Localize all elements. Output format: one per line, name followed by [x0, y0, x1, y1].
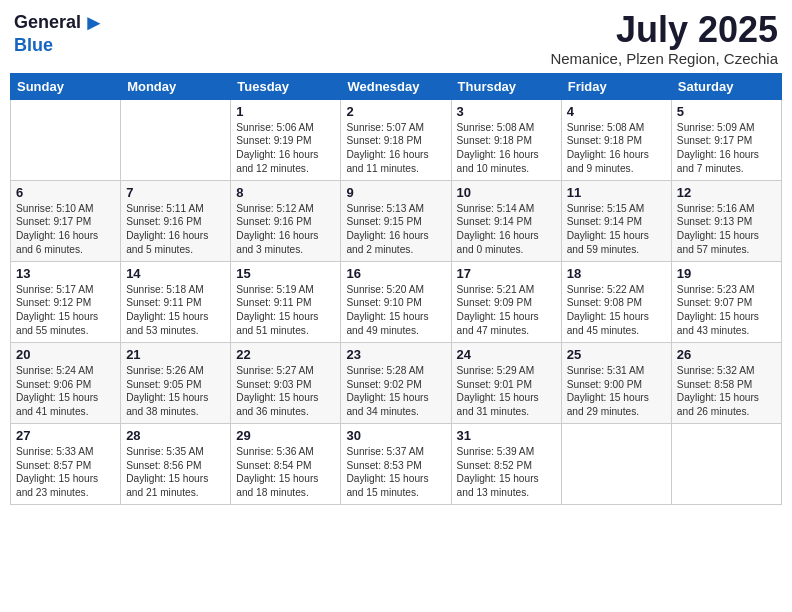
logo-icon: ►	[83, 10, 105, 36]
weekday-header-monday: Monday	[121, 73, 231, 99]
calendar-cell: 19Sunrise: 5:23 AM Sunset: 9:07 PM Dayli…	[671, 261, 781, 342]
calendar-cell: 26Sunrise: 5:32 AM Sunset: 8:58 PM Dayli…	[671, 342, 781, 423]
day-info: Sunrise: 5:11 AM Sunset: 9:16 PM Dayligh…	[126, 202, 225, 257]
calendar-cell	[121, 99, 231, 180]
day-info: Sunrise: 5:26 AM Sunset: 9:05 PM Dayligh…	[126, 364, 225, 419]
calendar-cell: 10Sunrise: 5:14 AM Sunset: 9:14 PM Dayli…	[451, 180, 561, 261]
calendar-cell: 14Sunrise: 5:18 AM Sunset: 9:11 PM Dayli…	[121, 261, 231, 342]
calendar-cell: 20Sunrise: 5:24 AM Sunset: 9:06 PM Dayli…	[11, 342, 121, 423]
day-info: Sunrise: 5:32 AM Sunset: 8:58 PM Dayligh…	[677, 364, 776, 419]
calendar-cell: 30Sunrise: 5:37 AM Sunset: 8:53 PM Dayli…	[341, 423, 451, 504]
calendar-cell: 29Sunrise: 5:36 AM Sunset: 8:54 PM Dayli…	[231, 423, 341, 504]
calendar-cell	[11, 99, 121, 180]
day-number: 5	[677, 104, 776, 119]
calendar-cell: 13Sunrise: 5:17 AM Sunset: 9:12 PM Dayli…	[11, 261, 121, 342]
day-number: 26	[677, 347, 776, 362]
day-number: 7	[126, 185, 225, 200]
day-number: 13	[16, 266, 115, 281]
day-info: Sunrise: 5:19 AM Sunset: 9:11 PM Dayligh…	[236, 283, 335, 338]
calendar-cell: 25Sunrise: 5:31 AM Sunset: 9:00 PM Dayli…	[561, 342, 671, 423]
calendar-cell: 12Sunrise: 5:16 AM Sunset: 9:13 PM Dayli…	[671, 180, 781, 261]
title-block: July 2025 Nemanice, Plzen Region, Czechi…	[550, 10, 778, 67]
day-number: 20	[16, 347, 115, 362]
logo-general: General	[14, 13, 81, 33]
day-info: Sunrise: 5:17 AM Sunset: 9:12 PM Dayligh…	[16, 283, 115, 338]
calendar-cell: 17Sunrise: 5:21 AM Sunset: 9:09 PM Dayli…	[451, 261, 561, 342]
day-info: Sunrise: 5:06 AM Sunset: 9:19 PM Dayligh…	[236, 121, 335, 176]
day-info: Sunrise: 5:18 AM Sunset: 9:11 PM Dayligh…	[126, 283, 225, 338]
calendar-cell: 1Sunrise: 5:06 AM Sunset: 9:19 PM Daylig…	[231, 99, 341, 180]
day-info: Sunrise: 5:27 AM Sunset: 9:03 PM Dayligh…	[236, 364, 335, 419]
day-info: Sunrise: 5:22 AM Sunset: 9:08 PM Dayligh…	[567, 283, 666, 338]
day-number: 18	[567, 266, 666, 281]
logo-blue: Blue	[14, 36, 105, 56]
calendar-table: SundayMondayTuesdayWednesdayThursdayFrid…	[10, 73, 782, 505]
location-title: Nemanice, Plzen Region, Czechia	[550, 50, 778, 67]
day-info: Sunrise: 5:23 AM Sunset: 9:07 PM Dayligh…	[677, 283, 776, 338]
calendar-cell: 22Sunrise: 5:27 AM Sunset: 9:03 PM Dayli…	[231, 342, 341, 423]
day-number: 29	[236, 428, 335, 443]
calendar-cell	[671, 423, 781, 504]
day-info: Sunrise: 5:08 AM Sunset: 9:18 PM Dayligh…	[567, 121, 666, 176]
day-info: Sunrise: 5:37 AM Sunset: 8:53 PM Dayligh…	[346, 445, 445, 500]
day-info: Sunrise: 5:31 AM Sunset: 9:00 PM Dayligh…	[567, 364, 666, 419]
page-header: General ► Blue July 2025 Nemanice, Plzen…	[10, 10, 782, 67]
day-number: 16	[346, 266, 445, 281]
calendar-cell: 2Sunrise: 5:07 AM Sunset: 9:18 PM Daylig…	[341, 99, 451, 180]
month-title: July 2025	[550, 10, 778, 50]
logo: General ► Blue	[14, 10, 105, 56]
day-number: 14	[126, 266, 225, 281]
day-number: 21	[126, 347, 225, 362]
calendar-cell: 8Sunrise: 5:12 AM Sunset: 9:16 PM Daylig…	[231, 180, 341, 261]
calendar-cell: 18Sunrise: 5:22 AM Sunset: 9:08 PM Dayli…	[561, 261, 671, 342]
day-number: 30	[346, 428, 445, 443]
calendar-cell: 16Sunrise: 5:20 AM Sunset: 9:10 PM Dayli…	[341, 261, 451, 342]
day-info: Sunrise: 5:36 AM Sunset: 8:54 PM Dayligh…	[236, 445, 335, 500]
day-info: Sunrise: 5:39 AM Sunset: 8:52 PM Dayligh…	[457, 445, 556, 500]
day-number: 28	[126, 428, 225, 443]
day-number: 6	[16, 185, 115, 200]
day-number: 2	[346, 104, 445, 119]
day-number: 12	[677, 185, 776, 200]
day-number: 10	[457, 185, 556, 200]
weekday-header-wednesday: Wednesday	[341, 73, 451, 99]
calendar-cell: 11Sunrise: 5:15 AM Sunset: 9:14 PM Dayli…	[561, 180, 671, 261]
calendar-cell: 31Sunrise: 5:39 AM Sunset: 8:52 PM Dayli…	[451, 423, 561, 504]
day-info: Sunrise: 5:09 AM Sunset: 9:17 PM Dayligh…	[677, 121, 776, 176]
day-number: 1	[236, 104, 335, 119]
day-info: Sunrise: 5:28 AM Sunset: 9:02 PM Dayligh…	[346, 364, 445, 419]
day-info: Sunrise: 5:20 AM Sunset: 9:10 PM Dayligh…	[346, 283, 445, 338]
day-number: 4	[567, 104, 666, 119]
day-info: Sunrise: 5:15 AM Sunset: 9:14 PM Dayligh…	[567, 202, 666, 257]
day-info: Sunrise: 5:12 AM Sunset: 9:16 PM Dayligh…	[236, 202, 335, 257]
calendar-cell: 23Sunrise: 5:28 AM Sunset: 9:02 PM Dayli…	[341, 342, 451, 423]
weekday-header-friday: Friday	[561, 73, 671, 99]
day-info: Sunrise: 5:33 AM Sunset: 8:57 PM Dayligh…	[16, 445, 115, 500]
day-info: Sunrise: 5:08 AM Sunset: 9:18 PM Dayligh…	[457, 121, 556, 176]
calendar-cell: 6Sunrise: 5:10 AM Sunset: 9:17 PM Daylig…	[11, 180, 121, 261]
day-number: 9	[346, 185, 445, 200]
day-number: 25	[567, 347, 666, 362]
calendar-cell: 5Sunrise: 5:09 AM Sunset: 9:17 PM Daylig…	[671, 99, 781, 180]
day-number: 15	[236, 266, 335, 281]
day-number: 22	[236, 347, 335, 362]
calendar-cell: 21Sunrise: 5:26 AM Sunset: 9:05 PM Dayli…	[121, 342, 231, 423]
day-number: 3	[457, 104, 556, 119]
calendar-cell: 24Sunrise: 5:29 AM Sunset: 9:01 PM Dayli…	[451, 342, 561, 423]
day-number: 8	[236, 185, 335, 200]
weekday-header-sunday: Sunday	[11, 73, 121, 99]
calendar-cell: 7Sunrise: 5:11 AM Sunset: 9:16 PM Daylig…	[121, 180, 231, 261]
calendar-cell: 27Sunrise: 5:33 AM Sunset: 8:57 PM Dayli…	[11, 423, 121, 504]
weekday-header-tuesday: Tuesday	[231, 73, 341, 99]
day-info: Sunrise: 5:14 AM Sunset: 9:14 PM Dayligh…	[457, 202, 556, 257]
day-number: 17	[457, 266, 556, 281]
calendar-cell: 28Sunrise: 5:35 AM Sunset: 8:56 PM Dayli…	[121, 423, 231, 504]
weekday-header-thursday: Thursday	[451, 73, 561, 99]
weekday-header-saturday: Saturday	[671, 73, 781, 99]
day-info: Sunrise: 5:21 AM Sunset: 9:09 PM Dayligh…	[457, 283, 556, 338]
calendar-cell: 4Sunrise: 5:08 AM Sunset: 9:18 PM Daylig…	[561, 99, 671, 180]
day-info: Sunrise: 5:10 AM Sunset: 9:17 PM Dayligh…	[16, 202, 115, 257]
day-number: 19	[677, 266, 776, 281]
day-number: 27	[16, 428, 115, 443]
day-number: 31	[457, 428, 556, 443]
